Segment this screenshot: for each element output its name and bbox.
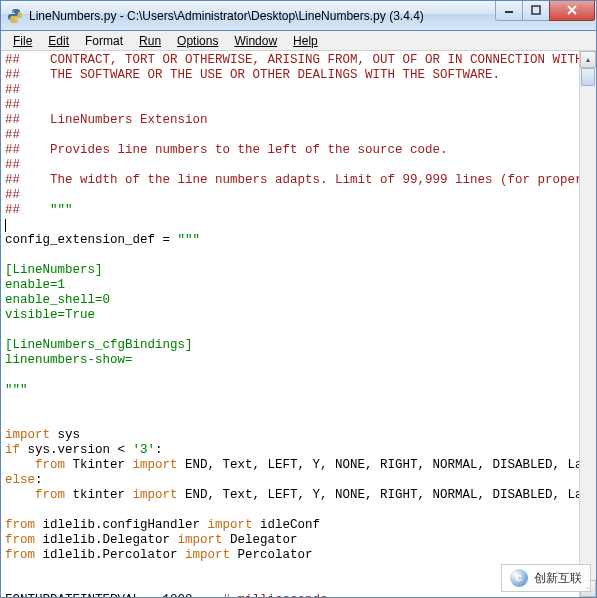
- watermark: C 创新互联: [501, 564, 591, 592]
- editor-area: ## CONTRACT, TORT OR OTHERWISE, ARISING …: [1, 51, 596, 597]
- menu-help[interactable]: Help: [285, 32, 326, 50]
- menu-window[interactable]: Window: [226, 32, 285, 50]
- menu-edit[interactable]: Edit: [40, 32, 77, 50]
- close-button[interactable]: [549, 1, 595, 21]
- menu-format[interactable]: Format: [77, 32, 131, 50]
- text-cursor: [5, 219, 6, 232]
- svg-rect-0: [505, 11, 513, 13]
- scroll-up-arrow[interactable]: ▴: [580, 51, 596, 68]
- scroll-thumb[interactable]: [581, 68, 595, 86]
- menu-options[interactable]: Options: [169, 32, 226, 50]
- window-controls: [496, 1, 595, 21]
- menubar: File Edit Format Run Options Window Help: [1, 31, 596, 51]
- menu-run[interactable]: Run: [131, 32, 169, 50]
- maximize-button[interactable]: [522, 1, 550, 21]
- watermark-logo-icon: C: [510, 569, 528, 587]
- minimize-button[interactable]: [495, 1, 523, 21]
- window-title: LineNumbers.py - C:\Users\Administrator\…: [29, 9, 496, 23]
- vertical-scrollbar[interactable]: ▴ ▾: [579, 51, 596, 597]
- idle-window: LineNumbers.py - C:\Users\Administrator\…: [0, 0, 597, 598]
- watermark-text: 创新互联: [534, 570, 582, 587]
- code-editor[interactable]: ## CONTRACT, TORT OR OTHERWISE, ARISING …: [1, 51, 579, 597]
- python-idle-icon: [7, 8, 23, 24]
- code-line: ##: [5, 53, 20, 67]
- menu-file[interactable]: File: [5, 32, 40, 50]
- titlebar[interactable]: LineNumbers.py - C:\Users\Administrator\…: [1, 1, 596, 31]
- svg-rect-1: [532, 6, 540, 14]
